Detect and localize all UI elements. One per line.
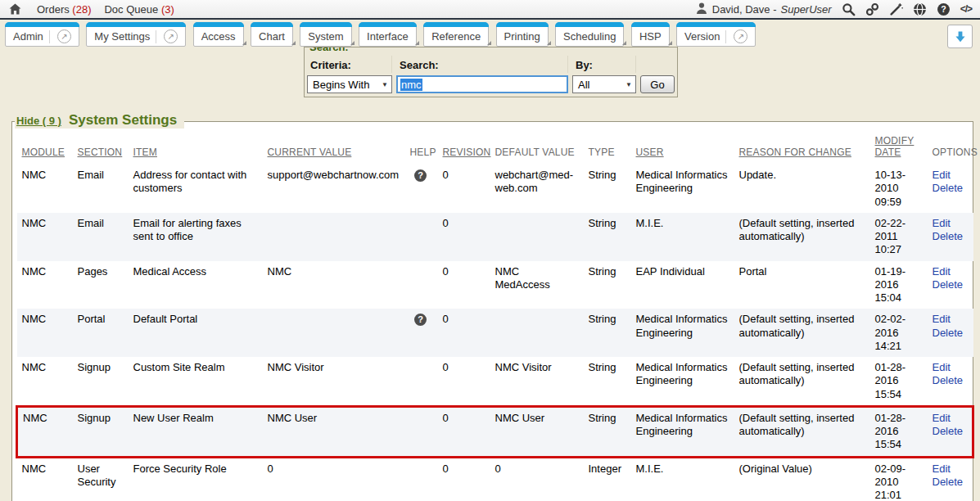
tab-system[interactable]: System bbox=[300, 22, 351, 47]
settings-table: MODULE SECTION ITEM CURRENT VALUE HELP R… bbox=[16, 132, 974, 501]
help-icon[interactable]: ? bbox=[414, 314, 427, 326]
edit-link[interactable]: Edit bbox=[933, 217, 967, 230]
cell-default-value bbox=[490, 309, 584, 357]
chevron-down-icon: ▼ bbox=[625, 81, 632, 88]
search-input[interactable]: nmc bbox=[396, 75, 568, 93]
dropdown-fold-icon bbox=[547, 41, 551, 45]
delete-link[interactable]: Delete bbox=[933, 476, 967, 489]
cell-default-value: 0 bbox=[490, 457, 584, 501]
delete-link[interactable]: Delete bbox=[933, 278, 967, 291]
col-module[interactable]: MODULE bbox=[17, 132, 73, 165]
edit-link[interactable]: Edit bbox=[933, 169, 967, 182]
cell-revision: 0 bbox=[438, 457, 490, 501]
code-icon[interactable]: </> bbox=[960, 3, 972, 15]
search-icon[interactable] bbox=[842, 2, 856, 16]
col-revision[interactable]: REVISION bbox=[438, 132, 490, 165]
delete-link[interactable]: Delete bbox=[933, 425, 966, 438]
tab-access[interactable]: Access bbox=[193, 22, 244, 47]
cell-user: EAP Individual bbox=[631, 261, 734, 309]
tab-label: System bbox=[308, 30, 343, 43]
tab-my-settings[interactable]: My Settings↗ bbox=[86, 22, 186, 47]
dropdown-fold-icon bbox=[242, 41, 246, 45]
page-title: System Settings bbox=[69, 112, 177, 129]
tab-reference[interactable]: Reference bbox=[423, 22, 489, 47]
cell-section: Pages bbox=[73, 261, 129, 309]
help-icon[interactable]: ? bbox=[414, 169, 427, 182]
edit-link[interactable]: Edit bbox=[933, 361, 967, 374]
delete-link[interactable]: Delete bbox=[933, 230, 967, 243]
cell-item: New User Realm bbox=[129, 406, 263, 457]
tab-label: Reference bbox=[431, 30, 481, 43]
current-user: David, Dave - SuperUser bbox=[695, 2, 832, 17]
criteria-select[interactable]: Begins With▼ bbox=[307, 75, 392, 93]
cell-user: M.I.E. bbox=[631, 213, 734, 261]
table-row: NMC Pages Medical Access NMC 0 NMC MedAc… bbox=[17, 261, 973, 309]
dropdown-fold-icon bbox=[622, 41, 626, 45]
cell-current-value: NMC Visitor bbox=[263, 357, 405, 406]
cell-modify-date: 01-19-2016 15:04 bbox=[870, 261, 928, 309]
cell-module: NMC bbox=[17, 165, 73, 213]
user-role: SuperUser bbox=[781, 3, 832, 16]
orders-link[interactable]: Orders (28) bbox=[37, 3, 91, 16]
by-select[interactable]: All▼ bbox=[572, 75, 636, 93]
delete-link[interactable]: Delete bbox=[933, 182, 967, 195]
edit-link[interactable]: Edit bbox=[933, 463, 967, 476]
tab-interface[interactable]: Interface bbox=[359, 22, 417, 47]
external-link-icon[interactable]: ↗ bbox=[57, 29, 71, 43]
delete-link[interactable]: Delete bbox=[933, 374, 967, 387]
go-button[interactable]: Go bbox=[640, 75, 675, 93]
col-modify-date[interactable]: MODIFY DATE bbox=[870, 132, 928, 165]
cell-current-value: 0 bbox=[263, 457, 405, 501]
tab-label: HSP bbox=[639, 30, 662, 43]
cell-revision: 0 bbox=[438, 261, 490, 309]
help-icon[interactable]: ? bbox=[937, 2, 951, 16]
col-item[interactable]: ITEM bbox=[129, 132, 263, 165]
link-icon[interactable] bbox=[865, 2, 879, 16]
home-icon[interactable] bbox=[8, 2, 22, 16]
tab-admin[interactable]: Admin↗ bbox=[5, 22, 79, 47]
tab-chart[interactable]: Chart bbox=[251, 22, 293, 47]
hide-link[interactable]: Hide ( 9 ) bbox=[16, 115, 61, 127]
cell-type: String bbox=[584, 357, 631, 406]
cell-type: String bbox=[584, 309, 631, 357]
download-button[interactable] bbox=[947, 25, 973, 48]
external-link-icon[interactable]: ↗ bbox=[734, 29, 747, 43]
cell-user: Medical Informatics Engineering bbox=[631, 165, 734, 213]
by-value: All bbox=[578, 79, 589, 91]
cell-user: M.I.E. bbox=[631, 457, 734, 501]
col-section[interactable]: SECTION bbox=[73, 132, 129, 165]
col-user[interactable]: USER bbox=[631, 132, 734, 165]
col-reason[interactable]: REASON FOR CHANGE bbox=[734, 132, 870, 165]
orders-count: (28) bbox=[72, 3, 91, 16]
topbar-right: David, Dave - SuperUser ? </> bbox=[695, 2, 972, 17]
table-row: NMC Signup Custom Site Realm NMC Visitor… bbox=[17, 357, 973, 406]
col-current-value[interactable]: CURRENT VALUE bbox=[263, 132, 405, 165]
tab-scheduling[interactable]: Scheduling bbox=[555, 22, 624, 47]
tab-label: Admin bbox=[13, 30, 43, 43]
search-panel: Search: Criteria: Search: By: Begins Wit… bbox=[304, 47, 678, 97]
cell-default-value: NMC MedAccess bbox=[490, 261, 584, 309]
edit-link[interactable]: Edit bbox=[933, 265, 967, 278]
tab-printing[interactable]: Printing bbox=[496, 22, 549, 47]
tab-label: Interface bbox=[367, 30, 409, 43]
by-label: By: bbox=[572, 56, 636, 73]
cell-type: String bbox=[584, 261, 631, 309]
user-icon bbox=[695, 2, 708, 17]
col-options: OPTIONS bbox=[928, 132, 973, 165]
edit-link[interactable]: Edit bbox=[933, 313, 967, 326]
doc-queue-link[interactable]: Doc Queue (3) bbox=[104, 3, 174, 16]
cell-reason: (Default setting, inserted automatically… bbox=[734, 213, 870, 261]
tab-version[interactable]: Version↗ bbox=[676, 22, 756, 47]
wand-icon[interactable] bbox=[889, 2, 903, 16]
cell-type: Integer bbox=[584, 457, 631, 501]
cell-current-value: NMC User bbox=[263, 406, 405, 457]
doc-queue-label: Doc Queue bbox=[104, 3, 158, 16]
tab-label: Chart bbox=[259, 30, 285, 43]
delete-link[interactable]: Delete bbox=[933, 327, 967, 340]
globe-icon[interactable] bbox=[913, 2, 927, 16]
external-link-icon[interactable]: ↗ bbox=[164, 29, 178, 43]
cell-reason: (Original Value) bbox=[734, 457, 870, 501]
tab-label: Access bbox=[201, 30, 236, 43]
edit-link[interactable]: Edit bbox=[933, 412, 966, 425]
tab-hsp[interactable]: HSP bbox=[631, 22, 670, 47]
